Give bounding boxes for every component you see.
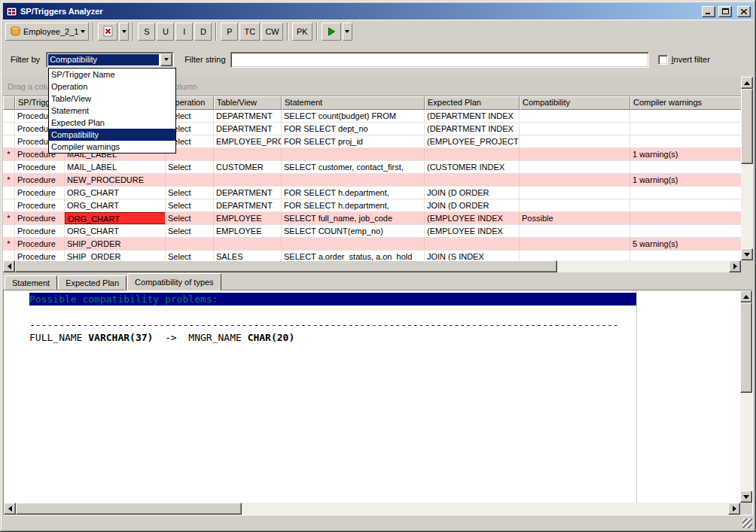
cell-expected-plan[interactable]: (CUSTOMER INDEX	[425, 161, 520, 173]
cell-expected-plan[interactable]: (DEPARTMENT INDEX	[425, 110, 520, 122]
compatibility-editor[interactable]: Possible compatibility problems: -------…	[4, 290, 740, 503]
toolbar-button-pk[interactable]: PK	[292, 23, 312, 41]
cell-table-view[interactable]: SALES	[214, 251, 282, 260]
row-status-cell[interactable]	[3, 135, 15, 147]
cell-name[interactable]: SHIP_ORDER	[65, 251, 166, 260]
row-status-cell[interactable]: *	[3, 238, 15, 250]
toolbar-button-tc[interactable]: TC	[239, 23, 260, 41]
cell-statement[interactable]: FOR SELECT h.department,	[282, 187, 425, 199]
table-row[interactable]: * Procedure ORG_CHART Select EMPLOYEE SE…	[3, 212, 741, 225]
grid-vertical-scrollbar[interactable]	[741, 77, 753, 260]
scroll-left-button[interactable]	[4, 503, 16, 515]
cell-table-view[interactable]	[214, 238, 282, 250]
editor-vertical-scrollbar[interactable]	[740, 290, 752, 503]
cell-expected-plan[interactable]	[425, 174, 520, 186]
row-status-cell[interactable]	[3, 225, 15, 237]
cell-statement[interactable]: SELECT COUNT(emp_no)	[282, 225, 425, 237]
cell-expected-plan[interactable]: JOIN (D ORDER	[425, 187, 520, 199]
toolbar-button-select[interactable]: S	[138, 23, 155, 41]
dropdown-item-expected-plan[interactable]: Expected Plan	[49, 117, 175, 129]
scroll-up-button[interactable]	[740, 290, 752, 302]
cell-compiler-warnings[interactable]: 5 warning(s)	[630, 238, 741, 250]
row-status-cell[interactable]	[3, 161, 15, 173]
cell-operation[interactable]: Select	[166, 225, 214, 237]
cell-type[interactable]: Procedure	[15, 251, 65, 260]
cell-compiler-warnings[interactable]	[630, 187, 741, 199]
cell-statement[interactable]	[282, 148, 425, 160]
run-analysis-button[interactable]	[322, 23, 341, 41]
scrollbar-thumb[interactable]	[16, 503, 242, 515]
dataset-selector-button[interactable]: Employee_2_1	[5, 23, 89, 41]
cell-name[interactable]: ORG_CHART	[65, 199, 166, 211]
row-status-cell[interactable]	[3, 187, 15, 199]
cell-table-view[interactable]: DEPARTMENT	[214, 199, 282, 211]
cell-expected-plan[interactable]: JOIN (D ORDER	[425, 199, 520, 211]
cell-table-view[interactable]: DEPARTMENT	[214, 187, 282, 199]
toolbar-button-insert[interactable]: I	[175, 23, 193, 41]
cell-type[interactable]: Procedure	[15, 225, 65, 237]
cell-table-view[interactable]: EMPLOYEE_PRO...	[214, 135, 282, 147]
cell-expected-plan[interactable]: (EMPLOYEE_PROJECT	[425, 135, 520, 147]
table-row[interactable]: * Procedure NEW_PROCEDURE 1 warning(s)	[3, 174, 741, 187]
cell-table-view[interactable]: EMPLOYEE	[214, 225, 282, 237]
checkbox-box[interactable]	[658, 55, 668, 65]
row-status-cell[interactable]	[3, 199, 15, 211]
table-row[interactable]: Procedure MAIL_LABEL Select CUSTOMER SEL…	[3, 161, 741, 174]
cell-statement[interactable]: FOR SELECT proj_id	[282, 135, 425, 147]
cell-compatibility[interactable]	[520, 148, 630, 160]
cell-type[interactable]: Procedure	[15, 187, 65, 199]
resize-grip[interactable]	[742, 518, 752, 528]
scrollbar-track[interactable]	[741, 89, 753, 248]
tab-compatibility-of-types[interactable]: Compatibility of types	[127, 273, 221, 290]
toolbar-button-update[interactable]: U	[157, 23, 174, 41]
scroll-down-button[interactable]	[741, 248, 753, 260]
filter-by-combobox[interactable]: Compatibility	[46, 52, 174, 68]
tab-statement[interactable]: Statement	[5, 275, 57, 290]
cell-name[interactable]: SHIP_ORDER	[65, 238, 166, 250]
cell-compiler-warnings[interactable]	[630, 161, 741, 173]
toolbar-button-delete[interactable]: D	[194, 23, 212, 41]
maximize-button[interactable]	[718, 6, 732, 17]
scroll-left-button[interactable]	[3, 260, 15, 272]
scrollbar-track[interactable]	[15, 260, 729, 272]
combobox-dropdown-button[interactable]	[160, 53, 172, 66]
dropdown-item-compatibility[interactable]: Compatibility	[49, 129, 175, 141]
cell-type[interactable]: Procedure	[15, 212, 65, 224]
dropdown-item-table-view[interactable]: Table/View	[49, 93, 175, 105]
cell-table-view[interactable]	[214, 148, 282, 160]
cell-statement[interactable]: SELECT count(budget) FROM	[282, 110, 425, 122]
cell-expected-plan[interactable]: (EMPLOYEE INDEX	[425, 225, 520, 237]
scrollbar-thumb[interactable]	[741, 89, 753, 164]
column-header-statement[interactable]: Statement	[282, 96, 425, 110]
cell-name[interactable]: NEW_PROCEDURE	[65, 174, 166, 186]
cell-expected-plan[interactable]: JOIN (S INDEX	[425, 251, 520, 260]
cell-type[interactable]: Procedure	[15, 174, 65, 186]
cell-name[interactable]: ORG_CHART	[65, 225, 166, 237]
invert-filter-checkbox[interactable]: Invert filter	[658, 55, 710, 65]
cell-compiler-warnings[interactable]: 1 warning(s)	[630, 174, 741, 186]
export-x-button[interactable]	[98, 23, 117, 41]
cell-table-view[interactable]: CUSTOMER	[214, 161, 282, 173]
scroll-up-button[interactable]	[741, 77, 753, 89]
tab-expected-plan[interactable]: Expected Plan	[58, 275, 127, 290]
cell-operation[interactable]: Select	[166, 251, 214, 260]
toolbar-button-p[interactable]: P	[221, 23, 238, 41]
scroll-down-button[interactable]	[740, 491, 752, 503]
cell-compatibility[interactable]	[520, 123, 630, 135]
cell-compiler-warnings[interactable]: 1 warning(s)	[630, 148, 741, 160]
scrollbar-track[interactable]	[740, 302, 752, 491]
row-status-cell[interactable]: *	[3, 148, 15, 160]
cell-expected-plan[interactable]: (EMPLOYEE INDEX	[425, 212, 520, 224]
cell-compatibility[interactable]	[520, 161, 630, 173]
cell-operation[interactable]	[166, 174, 214, 186]
cell-compatibility[interactable]	[520, 199, 630, 211]
cell-table-view[interactable]: EMPLOYEE	[214, 212, 282, 224]
cell-statement[interactable]: SELECT customer, contact_first,	[282, 161, 425, 173]
cell-compatibility[interactable]	[520, 251, 630, 260]
table-row[interactable]: Procedure ORG_CHART Select EMPLOYEE SELE…	[3, 225, 741, 238]
scrollbar-thumb[interactable]	[15, 260, 557, 272]
cell-compatibility[interactable]	[520, 110, 630, 122]
cell-compatibility[interactable]	[520, 135, 630, 147]
cell-type[interactable]: Procedure	[15, 238, 65, 250]
scroll-right-button[interactable]	[728, 503, 740, 515]
